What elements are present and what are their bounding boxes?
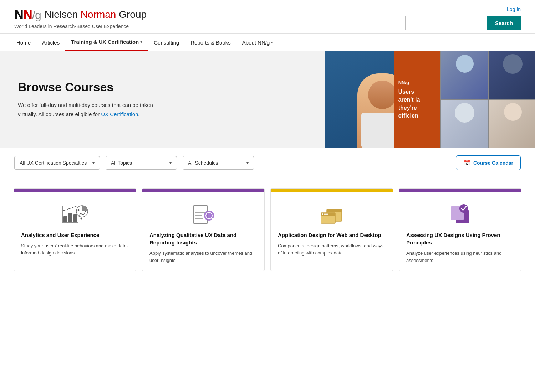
topics-filter[interactable]: All Topics ▾ xyxy=(106,156,177,170)
hero-orange-panel: NN/g Usersaren't lathey'reefficien xyxy=(394,51,440,148)
course-calendar-button[interactable]: 📅 Course Calendar xyxy=(456,155,521,170)
card-title-analytics: Analytics and User Experience xyxy=(21,231,129,239)
course-card-appdesign[interactable]: Application Design for Web and Desktop C… xyxy=(270,188,393,271)
hero-desc-end: . xyxy=(138,111,139,117)
card-body-qualitative: Analyzing Qualitative UX Data and Report… xyxy=(142,231,264,271)
card-icon-appdesign xyxy=(271,192,393,231)
hero-main-cell: NN/g Usersaren't lathey'reefficien xyxy=(325,51,440,148)
header-right: Log In Search xyxy=(405,6,521,30)
course-card-analytics[interactable]: Analytics and User Experience Study your… xyxy=(14,188,136,271)
card-desc-analytics: Study your users' real-life behaviors an… xyxy=(21,242,129,256)
card-desc-qualitative: Apply systematic analyses to uncover the… xyxy=(149,250,257,264)
calendar-button-label: Course Calendar xyxy=(473,160,513,166)
svg-point-22 xyxy=(324,213,326,215)
logo-nng: NN/g xyxy=(14,7,41,22)
card-body-analytics: Analytics and User Experience Study your… xyxy=(14,231,136,263)
card-desc-assessing: Analyze user experiences using heuristic… xyxy=(406,250,514,264)
logo-n1: N xyxy=(14,7,23,22)
hero-left: Browse Courses We offer full-day and mul… xyxy=(0,51,325,148)
chevron-down-icon: ▾ xyxy=(140,40,142,44)
course-card-assessing[interactable]: Assessing UX Designs Using Proven Princi… xyxy=(399,188,521,271)
svg-point-6 xyxy=(78,209,80,211)
card-title-appdesign: Application Design for Web and Desktop xyxy=(278,231,386,239)
chevron-down-icon-about: ▾ xyxy=(271,40,273,45)
filters-bar: All UX Certification Specialties ▾ All T… xyxy=(0,148,535,178)
nng-logo-overlay: NN/g xyxy=(398,80,436,85)
chevron-down-icon-specialty: ▾ xyxy=(92,160,95,165)
chevron-down-icon-schedules: ▾ xyxy=(246,160,249,165)
collage-cell-br2 xyxy=(489,100,535,148)
tagline: World Leaders in Research-Based User Exp… xyxy=(14,24,147,29)
svg-point-7 xyxy=(81,218,82,220)
card-icon-qualitative xyxy=(142,192,264,231)
hero-title: Browse Courses xyxy=(18,80,307,94)
nav-item-about[interactable]: About NN/g ▾ xyxy=(236,35,279,51)
card-icon-analytics xyxy=(14,192,136,231)
specialty-label: All UX Certification Specialties xyxy=(20,160,87,166)
svg-rect-2 xyxy=(73,214,77,222)
logo: NN/g Nielsen Norman Group xyxy=(14,7,147,22)
nav-item-articles[interactable]: Articles xyxy=(36,35,65,51)
card-body-appdesign: Application Design for Web and Desktop C… xyxy=(271,231,393,263)
logo-slash: /g xyxy=(32,9,41,21)
card-top-bar-appdesign xyxy=(271,189,393,192)
course-grid: Analytics and User Experience Study your… xyxy=(0,178,535,285)
nav-item-consulting[interactable]: Consulting xyxy=(148,35,185,51)
card-title-qualitative: Analyzing Qualitative UX Data and Report… xyxy=(149,231,257,246)
svg-line-8 xyxy=(63,206,76,211)
calendar-icon: 📅 xyxy=(463,159,470,166)
card-desc-appdesign: Components, design patterns, workflows, … xyxy=(278,242,386,256)
chevron-down-icon-topics: ▾ xyxy=(169,160,172,165)
card-top-bar-assessing xyxy=(399,189,521,192)
schedules-label: All Schedules xyxy=(188,160,218,166)
search-input[interactable] xyxy=(405,16,487,30)
nav-item-home[interactable]: Home xyxy=(11,35,36,51)
ux-certification-link[interactable]: UX Certification xyxy=(101,111,138,117)
svg-point-26 xyxy=(459,204,468,213)
card-body-assessing: Assessing UX Designs Using Proven Princi… xyxy=(399,231,521,271)
search-bar: Search xyxy=(405,16,521,30)
nav-item-reports[interactable]: Reports & Books xyxy=(185,35,236,51)
card-top-bar-qualitative xyxy=(142,189,264,192)
logo-n2: N xyxy=(23,7,32,22)
topics-label: All Topics xyxy=(111,160,132,166)
schedules-filter[interactable]: All Schedules ▾ xyxy=(183,156,254,170)
nav-item-training[interactable]: Training & UX Certification ▾ xyxy=(65,34,148,51)
svg-rect-18 xyxy=(327,209,342,212)
svg-rect-1 xyxy=(68,213,72,222)
collage-cell-tr2 xyxy=(489,51,535,99)
logo-full-name: Nielsen Norman Group xyxy=(45,9,147,20)
card-icon-assessing xyxy=(399,192,521,231)
collage-cell-tr1 xyxy=(441,51,489,99)
hero-section: Browse Courses We offer full-day and mul… xyxy=(0,51,535,148)
svg-rect-0 xyxy=(63,216,67,222)
main-nav: Home Articles Training & UX Certificatio… xyxy=(0,34,535,51)
card-top-bar-analytics xyxy=(14,189,136,192)
hero-collage: NN/g Usersaren't lathey'reefficien xyxy=(325,51,535,148)
hero-quote: Usersaren't lathey'reefficien xyxy=(398,88,436,120)
svg-point-23 xyxy=(326,213,328,215)
header: NN/g Nielsen Norman Group World Leaders … xyxy=(0,0,535,34)
login-link[interactable]: Log In xyxy=(507,6,521,12)
card-title-assessing: Assessing UX Designs Using Proven Princi… xyxy=(406,231,514,246)
search-button[interactable]: Search xyxy=(487,16,521,30)
header-left: NN/g Nielsen Norman Group World Leaders … xyxy=(14,7,147,29)
hero-right: NN/g Usersaren't lathey'reefficien xyxy=(325,51,535,148)
specialty-filter[interactable]: All UX Certification Specialties ▾ xyxy=(14,156,100,170)
course-card-qualitative[interactable]: Analyzing Qualitative UX Data and Report… xyxy=(142,188,265,271)
hero-description: We offer full-day and multi-day courses … xyxy=(18,100,168,119)
collage-cell-br1 xyxy=(441,100,489,148)
svg-point-21 xyxy=(322,213,323,215)
